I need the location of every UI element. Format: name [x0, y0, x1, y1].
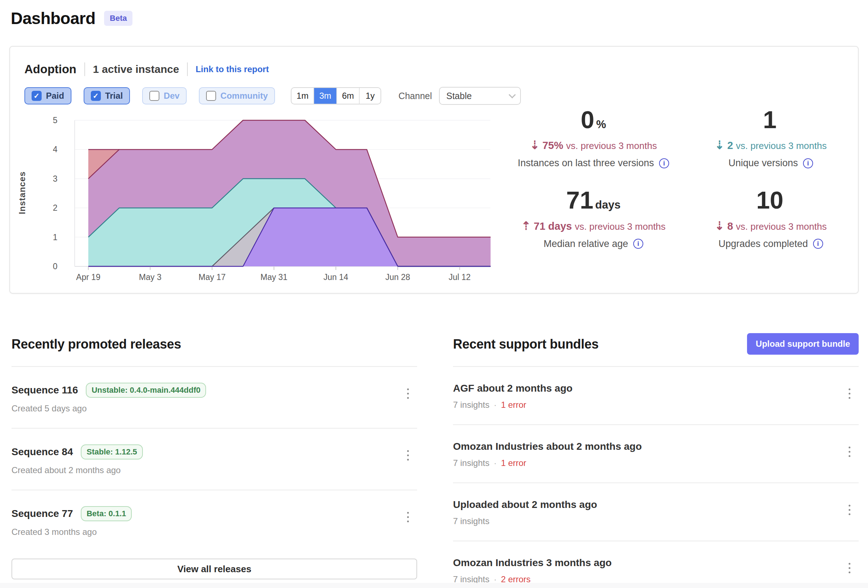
page-header: Dashboard Beta [11, 9, 133, 28]
bundle-insights: 7 insights [453, 516, 489, 526]
kebab-menu-icon[interactable] [401, 385, 415, 402]
stat-label: Upgrades completed [718, 238, 808, 250]
delta-value: 75% [542, 140, 563, 151]
channel-select[interactable]: Stable [439, 87, 521, 105]
bundle-row: Uploaded about 2 months ago 7 insights · [453, 482, 859, 541]
stat-median-relative-age: 71days ⇡71 daysvs. previous 3 months Med… [505, 188, 682, 249]
info-icon[interactable]: i [659, 158, 669, 168]
svg-text:3: 3 [53, 174, 58, 183]
filter-trial[interactable]: ✓ Trial [84, 87, 130, 105]
bundle-errors: 2 errors [501, 574, 531, 584]
bundle-insights: 7 insights [453, 458, 489, 468]
release-created: Created 3 months ago [12, 527, 396, 537]
svg-text:Apr 19: Apr 19 [76, 272, 100, 282]
release-channel-badge: Stable: 1.12.5 [81, 445, 143, 459]
trend-down-icon: ⇣ [715, 139, 725, 152]
checkbox-unchecked-icon [149, 91, 159, 101]
range-1y[interactable]: 1y [359, 88, 381, 104]
view-all-releases-button[interactable]: View all releases [12, 558, 417, 579]
page-title: Dashboard [11, 9, 96, 28]
svg-text:May 17: May 17 [199, 272, 226, 282]
delta-suffix: vs. previous 3 months [736, 221, 827, 232]
adoption-chart: Instances 012345Apr 19May 3May 17May 31J… [12, 114, 514, 282]
delta-suffix: vs. previous 3 months [736, 140, 827, 151]
bundle-row: Omozan Industries about 2 months ago 7 i… [453, 424, 859, 482]
stat-upgrades-completed: 10 ⇣8vs. previous 3 months Upgrades comp… [682, 188, 859, 249]
stat-value: 1 [763, 106, 777, 133]
release-title: Sequence 77 [12, 508, 73, 519]
releases-heading: Recently promoted releases [12, 337, 417, 352]
delta-value: 8 [727, 220, 733, 232]
filter-community[interactable]: Community [199, 87, 275, 105]
info-icon[interactable]: i [813, 239, 823, 249]
bundle-insights: 7 insights [453, 400, 489, 410]
chart-y-axis-label: Instances [17, 171, 27, 214]
filter-label: Paid [46, 91, 64, 101]
stat-value: 10 [756, 186, 784, 214]
active-instance-count: 1 active instance [93, 63, 179, 75]
release-title: Sequence 84 [12, 446, 73, 458]
stat-label: Instances on last three versions [518, 158, 654, 169]
checkbox-unchecked-icon [206, 91, 216, 101]
adoption-title: Adoption [24, 62, 77, 76]
delta-value: 71 days [534, 220, 572, 232]
kebab-menu-icon[interactable] [401, 508, 415, 526]
filter-label: Dev [164, 91, 180, 101]
release-row: Sequence 77 Beta: 0.1.1 Created 3 months… [12, 490, 417, 551]
release-title: Sequence 116 [12, 384, 78, 396]
kebab-menu-icon[interactable] [401, 446, 415, 464]
bundle-title: Uploaded about 2 months ago [453, 499, 597, 510]
delta-value: 2 [727, 140, 733, 151]
svg-text:1: 1 [53, 233, 58, 242]
info-icon[interactable]: i [803, 158, 813, 168]
adoption-card-header: Adoption 1 active instance Link to this … [24, 62, 269, 76]
bundle-title: Omozan Industries 3 months ago [453, 557, 612, 569]
trend-down-icon: ⇣ [530, 139, 540, 152]
filter-label: Community [220, 91, 268, 101]
filter-paid[interactable]: ✓ Paid [24, 87, 71, 105]
bundle-row: Omozan Industries 3 months ago 7 insight… [453, 541, 859, 588]
filter-dev[interactable]: Dev [142, 87, 187, 105]
adoption-card: Adoption 1 active instance Link to this … [9, 46, 859, 294]
range-6m[interactable]: 6m [337, 88, 359, 104]
channel-label: Channel [399, 91, 432, 101]
dot-separator: · [494, 458, 496, 468]
kebab-menu-icon[interactable] [842, 443, 856, 460]
divider [187, 62, 188, 76]
info-icon[interactable]: i [633, 239, 643, 249]
range-3m[interactable]: 3m [313, 88, 336, 104]
release-created: Created about 2 months ago [12, 465, 396, 475]
release-row: Sequence 84 Stable: 1.12.5 Created about… [12, 428, 417, 490]
support-bundles-section: Recent support bundles Upload support bu… [453, 337, 859, 588]
kebab-menu-icon[interactable] [842, 501, 856, 519]
bundle-row: AGF about 2 months ago 7 insights ·1 err… [453, 366, 859, 424]
kebab-menu-icon[interactable] [842, 385, 856, 402]
upload-support-bundle-button[interactable]: Upload support bundle [747, 333, 859, 355]
link-to-report[interactable]: Link to this report [196, 64, 269, 74]
dot-separator: · [494, 400, 496, 409]
bundle-errors: 1 error [501, 400, 526, 409]
release-channel-badge: Beta: 0.1.1 [81, 506, 132, 521]
adoption-stats: 0% ⇣75%vs. previous 3 months Instances o… [505, 107, 859, 250]
svg-text:May 31: May 31 [260, 272, 287, 282]
stat-unique-versions: 1 ⇣2vs. previous 3 months Unique version… [682, 107, 859, 169]
filter-label: Trial [105, 91, 123, 101]
stat-instances-last-three-versions: 0% ⇣75%vs. previous 3 months Instances o… [505, 107, 682, 169]
bundle-title: Omozan Industries about 2 months ago [453, 441, 642, 452]
instances-area-chart: 012345Apr 19May 3May 17May 31Jun 14Jun 2… [12, 114, 514, 282]
channel-value: Stable [446, 91, 472, 101]
svg-text:5: 5 [53, 115, 58, 125]
trend-up-icon: ⇡ [521, 219, 531, 232]
stat-label: Median relative age [543, 238, 628, 250]
stat-label: Unique versions [728, 158, 798, 169]
stat-unit: % [596, 118, 606, 131]
divider [84, 62, 85, 76]
svg-text:0: 0 [53, 262, 58, 271]
release-created: Created 5 days ago [12, 403, 396, 414]
trend-down-icon: ⇣ [715, 219, 725, 232]
svg-text:Jun 28: Jun 28 [385, 272, 410, 282]
filters-row: ✓ Paid ✓ Trial Dev Community 1m 3m 6m 1y [24, 87, 521, 105]
range-1m[interactable]: 1m [291, 88, 313, 104]
kebab-menu-icon[interactable] [842, 559, 856, 576]
time-range-group: 1m 3m 6m 1y [291, 87, 381, 105]
